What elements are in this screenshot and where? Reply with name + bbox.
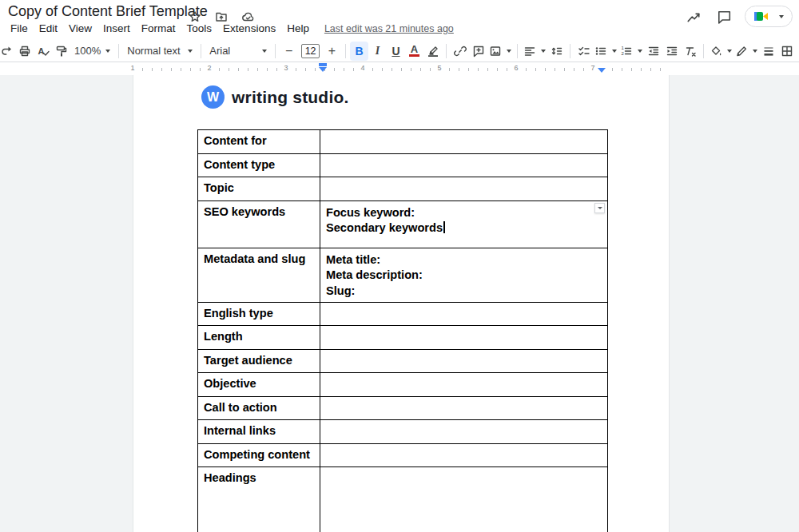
paint-format-button[interactable] <box>52 42 70 61</box>
table-row: Headings <box>198 467 607 532</box>
row-value[interactable] <box>320 397 607 420</box>
row-label[interactable]: Metadata and slug <box>198 248 320 302</box>
print-button[interactable] <box>15 42 34 61</box>
menu-extensions[interactable]: Extensions <box>217 21 281 36</box>
font-size-input[interactable]: 12 <box>301 44 320 58</box>
row-label[interactable]: Call to action <box>198 397 320 420</box>
menu-view[interactable]: View <box>63 21 97 36</box>
left-indent-marker[interactable] <box>319 63 327 72</box>
chevron-down-icon <box>541 50 546 53</box>
table-row: Competing content <box>198 444 607 468</box>
row-value[interactable] <box>320 130 607 153</box>
menu-bar: FileEditViewInsertFormatToolsExtensionsH… <box>5 21 454 36</box>
row-label[interactable]: Internal links <box>198 420 320 443</box>
table-fill-color-button[interactable] <box>708 42 733 61</box>
font-family-select[interactable]: Arial <box>205 42 271 61</box>
row-value[interactable] <box>320 467 607 532</box>
increase-font-size-button[interactable]: + <box>323 42 341 61</box>
row-label[interactable]: Content for <box>198 130 320 153</box>
ruler-mark: 2 <box>205 64 213 72</box>
menu-help[interactable]: Help <box>281 21 315 36</box>
document-title[interactable]: Copy of Content Brief Template <box>8 3 208 20</box>
chevron-down-icon <box>612 50 617 53</box>
value-line: Focus keyword: <box>326 205 601 221</box>
checklist-button[interactable] <box>574 42 593 61</box>
italic-button[interactable]: I <box>368 42 387 61</box>
meet-camera-icon <box>753 10 769 22</box>
last-edit-link[interactable]: Last edit was 21 minutes ago <box>324 23 454 34</box>
font-family-value: Arial <box>209 45 230 57</box>
row-label[interactable]: SEO keywords <box>198 201 320 248</box>
table-row: English type <box>198 303 607 327</box>
menu-edit[interactable]: Edit <box>34 21 63 36</box>
text-color-button[interactable]: A <box>405 42 423 61</box>
border-width-button[interactable] <box>759 42 777 61</box>
toolbar-divider <box>703 44 704 58</box>
underline-button[interactable]: U <box>387 42 405 61</box>
spellcheck-button[interactable]: A <box>34 42 52 61</box>
row-label[interactable]: Competing content <box>198 444 320 467</box>
align-button[interactable] <box>522 42 547 61</box>
ruler-mark: 5 <box>435 64 443 72</box>
insert-image-button[interactable] <box>487 42 513 61</box>
menu-insert[interactable]: Insert <box>97 21 136 36</box>
text-color-bar <box>409 54 419 57</box>
toolbar-divider <box>201 44 201 58</box>
row-value[interactable]: Focus keyword:Secondary keywords <box>320 201 607 248</box>
row-label[interactable]: English type <box>198 303 320 326</box>
line-spacing-button[interactable] <box>547 42 566 61</box>
bulleted-list-button[interactable] <box>593 42 618 61</box>
border-color-button[interactable] <box>733 42 759 61</box>
join-call-button[interactable] <box>745 6 793 27</box>
numbered-list-button[interactable]: 12 <box>618 42 644 61</box>
clear-formatting-button[interactable] <box>681 42 699 61</box>
highlight-color-button[interactable] <box>423 42 442 61</box>
row-value[interactable] <box>320 154 607 177</box>
row-label[interactable]: Length <box>198 326 320 349</box>
text-cursor <box>443 221 445 233</box>
open-comments-icon[interactable] <box>714 7 733 26</box>
row-value[interactable] <box>320 444 607 467</box>
text-color-label: A <box>411 45 418 54</box>
redo-button[interactable] <box>0 42 15 61</box>
row-label[interactable]: Content type <box>198 154 320 177</box>
zoom-select[interactable]: 100% <box>70 42 114 61</box>
decrease-font-size-button[interactable]: − <box>280 42 298 61</box>
menu-tools[interactable]: Tools <box>181 21 218 36</box>
table-borders-button[interactable] <box>777 42 796 61</box>
menu-file[interactable]: File <box>5 21 34 36</box>
row-value[interactable]: Meta title:Meta description:Slug: <box>320 248 607 302</box>
row-value[interactable] <box>320 326 607 349</box>
paragraph-style-select[interactable]: Normal text <box>123 42 197 61</box>
row-value[interactable] <box>320 420 607 443</box>
right-indent-marker[interactable] <box>598 67 606 73</box>
activity-dashboard-icon[interactable] <box>684 7 703 26</box>
decrease-indent-button[interactable] <box>644 42 662 61</box>
table-row: Content for <box>198 130 607 154</box>
increase-indent-button[interactable] <box>662 42 681 61</box>
row-label[interactable]: Target audience <box>198 350 320 373</box>
row-value[interactable] <box>320 177 607 200</box>
ruler-mark: 4 <box>358 64 367 72</box>
document-page[interactable]: W writing studio. Content forContent typ… <box>133 75 670 532</box>
table-row: Call to action <box>198 397 607 421</box>
row-label[interactable]: Objective <box>198 373 320 396</box>
add-comment-button[interactable] <box>469 42 487 61</box>
bold-button[interactable]: B <box>350 42 368 61</box>
chevron-down-icon <box>262 50 267 53</box>
row-label[interactable]: Headings <box>198 467 320 532</box>
row-value[interactable] <box>320 303 607 326</box>
row-value[interactable] <box>320 350 607 373</box>
svg-text:1: 1 <box>622 46 625 50</box>
toolbar: A 100% Normal text Arial − 12 + B I U A <box>0 40 799 62</box>
menu-format[interactable]: Format <box>136 21 181 36</box>
row-value[interactable] <box>320 373 607 396</box>
first-line-indent-marker[interactable] <box>319 63 327 66</box>
document-canvas[interactable]: W writing studio. Content forContent typ… <box>0 75 799 532</box>
insert-link-button[interactable] <box>451 42 469 61</box>
google-docs-window: Copy of Content Brief Template Fi <box>0 0 799 532</box>
row-label[interactable]: Topic <box>198 177 320 200</box>
table-quick-menu-button[interactable] <box>594 203 605 213</box>
svg-text:A: A <box>38 46 44 56</box>
table-row: Content type <box>198 154 607 178</box>
